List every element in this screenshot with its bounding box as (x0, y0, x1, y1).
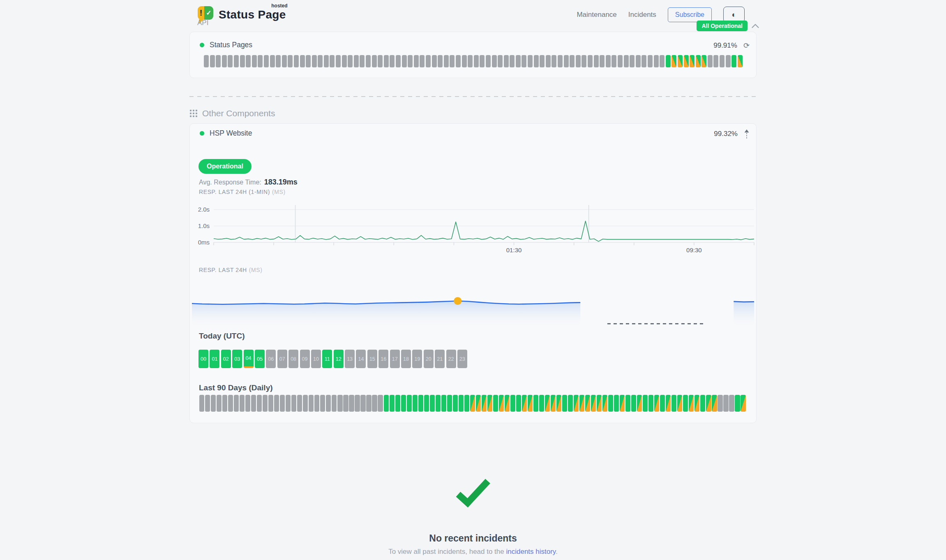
uptime-bar[interactable] (731, 55, 736, 67)
uptime-bar[interactable] (546, 55, 551, 67)
uptime-bar[interactable] (558, 55, 563, 67)
day-bar[interactable] (591, 395, 596, 412)
incidents-history-link[interactable]: incidents history (506, 548, 556, 555)
uptime-bar[interactable] (641, 55, 646, 67)
uptime-bar[interactable] (510, 55, 515, 67)
uptime-bar[interactable] (360, 55, 365, 67)
uptime-bar[interactable] (330, 55, 335, 67)
day-bar[interactable] (741, 395, 745, 412)
day-bar[interactable] (700, 395, 705, 412)
hour-block[interactable]: 08 (288, 350, 298, 368)
uptime-bar[interactable] (234, 55, 239, 67)
uptime-bar[interactable] (504, 55, 509, 67)
uptime-bar[interactable] (426, 55, 431, 67)
hour-block[interactable]: 09 (300, 350, 310, 368)
uptime-bar[interactable] (252, 55, 257, 67)
hour-block[interactable]: 14 (356, 350, 366, 368)
hour-block[interactable]: 19 (412, 350, 422, 368)
uptime-bar[interactable] (636, 55, 641, 67)
uptime-bar[interactable] (540, 55, 545, 67)
day-bar[interactable] (291, 395, 296, 412)
hour-block[interactable]: 13 (345, 350, 355, 368)
uptime-bar[interactable] (438, 55, 443, 67)
day-bar[interactable] (390, 395, 395, 412)
day-bar[interactable] (648, 395, 653, 412)
uptime-bar[interactable] (468, 55, 473, 67)
hour-block[interactable]: 21 (435, 350, 445, 368)
day-bar[interactable] (320, 395, 325, 412)
highlight-dot[interactable] (454, 297, 461, 305)
day-bar[interactable] (274, 395, 279, 412)
uptime-bar[interactable] (408, 55, 413, 67)
hour-block[interactable]: 17 (390, 350, 400, 368)
uptime-bar[interactable] (396, 55, 401, 67)
day-bar[interactable] (378, 395, 383, 412)
day-bar[interactable] (211, 395, 216, 412)
uptime-bar[interactable] (342, 55, 347, 67)
uptime-bar[interactable] (696, 55, 701, 67)
uptime-bar[interactable] (516, 55, 521, 67)
uptime-bar[interactable] (701, 55, 706, 67)
day-bar[interactable] (430, 395, 435, 412)
day-bar[interactable] (637, 395, 642, 412)
uptime-bar[interactable] (551, 55, 556, 67)
uptime-bar[interactable] (420, 55, 425, 67)
uptime-bar[interactable] (324, 55, 329, 67)
day-bar[interactable] (706, 395, 711, 412)
day-bar[interactable] (625, 395, 630, 412)
day-bar[interactable] (234, 395, 239, 412)
uptime-bar[interactable] (282, 55, 287, 67)
uptime-bar[interactable] (618, 55, 623, 67)
day-bar[interactable] (470, 395, 475, 412)
day-bar[interactable] (366, 395, 371, 412)
day-bar[interactable] (418, 395, 423, 412)
uptime-bar[interactable] (384, 55, 389, 67)
uptime-bar[interactable] (600, 55, 605, 67)
day-bar[interactable] (251, 395, 256, 412)
day-bar[interactable] (631, 395, 636, 412)
day-bar[interactable] (372, 395, 377, 412)
uptime-bar[interactable] (366, 55, 371, 67)
hour-block[interactable]: 03 (232, 350, 242, 368)
uptime-bar[interactable] (240, 55, 245, 67)
day-bar[interactable] (205, 395, 210, 412)
trend-up-icon[interactable] (744, 129, 750, 139)
uptime-bar[interactable] (312, 55, 317, 67)
day-bar[interactable] (602, 395, 607, 412)
day-bar[interactable] (539, 395, 544, 412)
uptime-bar[interactable] (690, 55, 695, 67)
uptime-bar[interactable] (611, 55, 616, 67)
day-bar[interactable] (712, 395, 717, 412)
hour-block[interactable]: 10 (311, 350, 321, 368)
hour-block[interactable]: 05 (255, 350, 265, 368)
day-bar[interactable] (441, 395, 446, 412)
day-bar[interactable] (436, 395, 441, 412)
hour-block[interactable]: 11 (322, 350, 332, 368)
uptime-bar[interactable] (726, 55, 731, 67)
uptime-bar[interactable] (588, 55, 593, 67)
day-bar[interactable] (217, 395, 222, 412)
hour-block[interactable]: 07 (277, 350, 287, 368)
uptime-bar[interactable] (456, 55, 461, 67)
hour-block[interactable]: 06 (266, 350, 276, 368)
uptime-bar[interactable] (264, 55, 269, 67)
hour-block[interactable]: 23 (457, 350, 467, 368)
day-bar[interactable] (597, 395, 602, 412)
uptime-bar[interactable] (713, 55, 718, 67)
day-bar[interactable] (585, 395, 590, 412)
hour-block[interactable]: 12 (334, 350, 344, 368)
response-time-line-chart[interactable]: 0ms1.0s2.0s01:3009:30 (190, 203, 757, 260)
day-bar[interactable] (464, 395, 469, 412)
uptime-bar[interactable] (594, 55, 599, 67)
response-time-area-chart[interactable] (190, 287, 757, 332)
day-bar[interactable] (574, 395, 579, 412)
uptime-bar[interactable] (708, 55, 713, 67)
uptime-bar[interactable] (276, 55, 281, 67)
day-bar[interactable] (723, 395, 728, 412)
uptime-bar[interactable] (738, 55, 743, 67)
hour-block[interactable]: 18 (401, 350, 411, 368)
uptime-bar[interactable] (378, 55, 383, 67)
uptime-bar[interactable] (570, 55, 575, 67)
day-bar[interactable] (286, 395, 291, 412)
day-bar[interactable] (424, 395, 429, 412)
